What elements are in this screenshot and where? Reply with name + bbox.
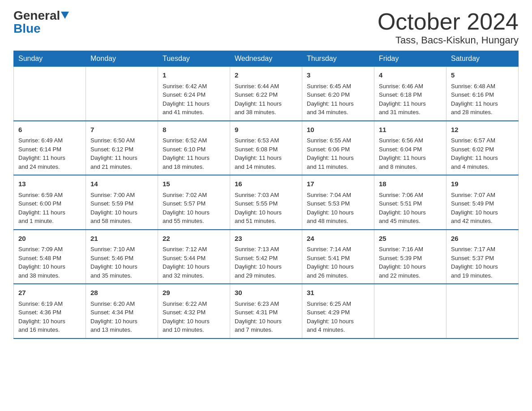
day-info: Sunrise: 6:49 AM Sunset: 6:14 PM Dayligh… — [18, 136, 81, 171]
calendar-day-cell: 20Sunrise: 7:09 AM Sunset: 5:48 PM Dayli… — [14, 230, 86, 284]
day-info: Sunrise: 7:04 AM Sunset: 5:53 PM Dayligh… — [307, 191, 369, 226]
day-number: 7 — [90, 125, 153, 135]
calendar-subtitle: Tass, Bacs-Kiskun, Hungary — [378, 34, 519, 46]
calendar-day-cell: 16Sunrise: 7:03 AM Sunset: 5:55 PM Dayli… — [230, 175, 302, 230]
calendar-day-cell: 10Sunrise: 6:55 AM Sunset: 6:06 PM Dayli… — [302, 121, 374, 176]
day-number: 19 — [451, 179, 514, 189]
day-info: Sunrise: 7:07 AM Sunset: 5:49 PM Dayligh… — [451, 191, 514, 226]
day-info: Sunrise: 7:10 AM Sunset: 5:46 PM Dayligh… — [90, 245, 153, 280]
calendar-day-cell: 2Sunrise: 6:44 AM Sunset: 6:22 PM Daylig… — [230, 67, 302, 121]
day-info: Sunrise: 7:03 AM Sunset: 5:55 PM Dayligh… — [235, 191, 297, 226]
calendar-day-cell: 29Sunrise: 6:22 AM Sunset: 4:32 PM Dayli… — [158, 284, 230, 338]
day-number: 1 — [163, 70, 225, 81]
calendar-week-row: 6Sunrise: 6:49 AM Sunset: 6:14 PM Daylig… — [14, 121, 519, 176]
calendar-day-cell: 4Sunrise: 6:46 AM Sunset: 6:18 PM Daylig… — [374, 67, 446, 121]
logo-general: General — [13, 9, 69, 23]
day-number: 28 — [90, 288, 153, 298]
calendar-header-cell: Thursday — [302, 51, 374, 67]
calendar-day-cell: 8Sunrise: 6:52 AM Sunset: 6:10 PM Daylig… — [158, 121, 230, 176]
calendar-day-cell: 17Sunrise: 7:04 AM Sunset: 5:53 PM Dayli… — [302, 175, 374, 230]
calendar-header-cell: Saturday — [446, 51, 519, 67]
calendar-day-cell: 22Sunrise: 7:12 AM Sunset: 5:44 PM Dayli… — [158, 230, 230, 284]
day-info: Sunrise: 7:00 AM Sunset: 5:59 PM Dayligh… — [90, 191, 153, 226]
calendar-day-cell: 24Sunrise: 7:14 AM Sunset: 5:41 PM Dayli… — [302, 230, 374, 284]
day-number: 21 — [90, 234, 153, 244]
day-info: Sunrise: 6:48 AM Sunset: 6:16 PM Dayligh… — [451, 82, 514, 117]
day-number: 27 — [18, 288, 81, 298]
day-number: 18 — [379, 179, 442, 189]
calendar-day-cell — [446, 284, 519, 338]
day-number: 4 — [379, 70, 442, 81]
calendar-header: SundayMondayTuesdayWednesdayThursdayFrid… — [14, 51, 519, 67]
calendar-day-cell: 7Sunrise: 6:50 AM Sunset: 6:12 PM Daylig… — [86, 121, 158, 176]
calendar-day-cell: 28Sunrise: 6:20 AM Sunset: 4:34 PM Dayli… — [86, 284, 158, 338]
day-number: 6 — [18, 125, 81, 135]
day-number: 23 — [235, 234, 297, 244]
calendar-day-cell: 15Sunrise: 7:02 AM Sunset: 5:57 PM Dayli… — [158, 175, 230, 230]
logo: General Blue — [13, 9, 69, 36]
day-info: Sunrise: 6:25 AM Sunset: 4:29 PM Dayligh… — [307, 300, 369, 334]
day-info: Sunrise: 7:12 AM Sunset: 5:44 PM Dayligh… — [163, 245, 225, 280]
calendar-day-cell: 1Sunrise: 6:42 AM Sunset: 6:24 PM Daylig… — [158, 67, 230, 121]
day-info: Sunrise: 6:23 AM Sunset: 4:31 PM Dayligh… — [235, 300, 297, 334]
day-info: Sunrise: 6:44 AM Sunset: 6:22 PM Dayligh… — [235, 82, 297, 117]
calendar-day-cell: 23Sunrise: 7:13 AM Sunset: 5:42 PM Dayli… — [230, 230, 302, 284]
day-info: Sunrise: 6:22 AM Sunset: 4:32 PM Dayligh… — [163, 300, 225, 334]
day-info: Sunrise: 7:14 AM Sunset: 5:41 PM Dayligh… — [307, 245, 369, 280]
day-number: 16 — [235, 179, 297, 189]
day-number: 22 — [163, 234, 225, 244]
calendar-day-cell: 31Sunrise: 6:25 AM Sunset: 4:29 PM Dayli… — [302, 284, 374, 338]
day-info: Sunrise: 6:46 AM Sunset: 6:18 PM Dayligh… — [379, 82, 442, 117]
day-number: 30 — [235, 288, 297, 298]
day-info: Sunrise: 6:55 AM Sunset: 6:06 PM Dayligh… — [307, 136, 369, 171]
day-info: Sunrise: 6:56 AM Sunset: 6:04 PM Dayligh… — [379, 136, 442, 171]
calendar-day-cell: 5Sunrise: 6:48 AM Sunset: 6:16 PM Daylig… — [446, 67, 519, 121]
calendar-header-cell: Tuesday — [158, 51, 230, 67]
calendar-day-cell: 26Sunrise: 7:17 AM Sunset: 5:37 PM Dayli… — [446, 230, 519, 284]
day-number: 31 — [307, 288, 369, 298]
day-number: 8 — [163, 125, 225, 135]
calendar-day-cell: 12Sunrise: 6:57 AM Sunset: 6:02 PM Dayli… — [446, 121, 519, 176]
calendar-day-cell — [86, 67, 158, 121]
day-number: 17 — [307, 179, 369, 189]
day-number: 25 — [379, 234, 442, 244]
day-info: Sunrise: 7:16 AM Sunset: 5:39 PM Dayligh… — [379, 245, 442, 280]
day-info: Sunrise: 7:09 AM Sunset: 5:48 PM Dayligh… — [18, 245, 81, 280]
header-row: SundayMondayTuesdayWednesdayThursdayFrid… — [14, 51, 519, 67]
calendar-day-cell: 14Sunrise: 7:00 AM Sunset: 5:59 PM Dayli… — [86, 175, 158, 230]
day-info: Sunrise: 6:53 AM Sunset: 6:08 PM Dayligh… — [235, 136, 297, 171]
day-number: 12 — [451, 125, 514, 135]
calendar-header-cell: Friday — [374, 51, 446, 67]
calendar-header-cell: Monday — [86, 51, 158, 67]
calendar-table: SundayMondayTuesdayWednesdayThursdayFrid… — [13, 51, 519, 339]
day-number: 14 — [90, 179, 153, 189]
calendar-week-row: 27Sunrise: 6:19 AM Sunset: 4:36 PM Dayli… — [14, 284, 519, 338]
day-number: 5 — [451, 70, 514, 81]
day-info: Sunrise: 7:13 AM Sunset: 5:42 PM Dayligh… — [235, 245, 297, 280]
day-number: 29 — [163, 288, 225, 298]
day-number: 10 — [307, 125, 369, 135]
calendar-title: October 2024 — [378, 9, 519, 34]
day-info: Sunrise: 6:59 AM Sunset: 6:00 PM Dayligh… — [18, 191, 81, 226]
calendar-body: 1Sunrise: 6:42 AM Sunset: 6:24 PM Daylig… — [14, 67, 519, 338]
day-info: Sunrise: 6:42 AM Sunset: 6:24 PM Dayligh… — [163, 82, 225, 117]
calendar-header-cell: Wednesday — [230, 51, 302, 67]
calendar-day-cell: 30Sunrise: 6:23 AM Sunset: 4:31 PM Dayli… — [230, 284, 302, 338]
calendar-day-cell: 11Sunrise: 6:56 AM Sunset: 6:04 PM Dayli… — [374, 121, 446, 176]
day-info: Sunrise: 6:20 AM Sunset: 4:34 PM Dayligh… — [90, 300, 153, 334]
day-number: 9 — [235, 125, 297, 135]
calendar-day-cell: 9Sunrise: 6:53 AM Sunset: 6:08 PM Daylig… — [230, 121, 302, 176]
calendar-day-cell: 25Sunrise: 7:16 AM Sunset: 5:39 PM Dayli… — [374, 230, 446, 284]
day-info: Sunrise: 7:17 AM Sunset: 5:37 PM Dayligh… — [451, 245, 514, 280]
calendar-week-row: 20Sunrise: 7:09 AM Sunset: 5:48 PM Dayli… — [14, 230, 519, 284]
day-number: 24 — [307, 234, 369, 244]
calendar-week-row: 1Sunrise: 6:42 AM Sunset: 6:24 PM Daylig… — [14, 67, 519, 121]
day-number: 13 — [18, 179, 81, 189]
day-info: Sunrise: 6:50 AM Sunset: 6:12 PM Dayligh… — [90, 136, 153, 171]
calendar-day-cell: 21Sunrise: 7:10 AM Sunset: 5:46 PM Dayli… — [86, 230, 158, 284]
calendar-day-cell: 13Sunrise: 6:59 AM Sunset: 6:00 PM Dayli… — [14, 175, 86, 230]
calendar-day-cell — [374, 284, 446, 338]
calendar-header-cell: Sunday — [14, 51, 86, 67]
day-number: 26 — [451, 234, 514, 244]
title-block: October 2024 Tass, Bacs-Kiskun, Hungary — [378, 9, 519, 46]
